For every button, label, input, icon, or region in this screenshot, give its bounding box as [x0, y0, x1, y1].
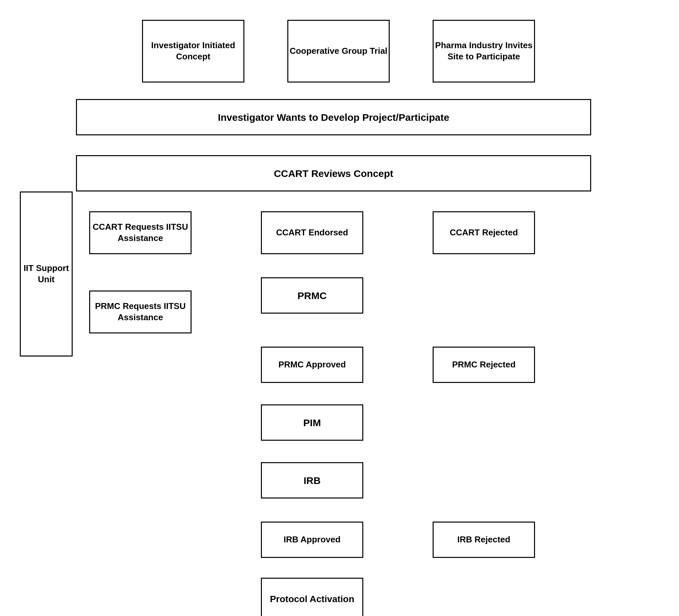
irb-rejected-box: IRB Rejected	[433, 522, 535, 558]
ccart-endorsed-box: CCART Endorsed	[261, 211, 363, 254]
investigator-wants-box: Investigator Wants to Develop Project/Pa…	[76, 99, 591, 135]
irb-box: IRB	[261, 462, 363, 499]
ccart-rejected-box: CCART Rejected	[433, 211, 535, 254]
protocol-activation-box: Protocol Activation	[261, 578, 363, 616]
pim-box: PIM	[261, 404, 363, 441]
iit-support-box: IIT Support Unit	[20, 192, 73, 356]
ccart-reviews-box: CCART Reviews Concept	[76, 155, 591, 192]
ccart-requests-box: CCART Requests IITSU Assistance	[89, 211, 192, 254]
irb-approved-box: IRB Approved	[261, 522, 363, 558]
cooperative-trial-box: Cooperative Group Trial	[287, 20, 390, 82]
prmc-requests-box: PRMC Requests IITSU Assistance	[89, 290, 192, 334]
pharma-industry-box: Pharma Industry Invites Site to Particip…	[433, 20, 535, 82]
prmc-approved-box: PRMC Approved	[261, 347, 363, 383]
prmc-box: PRMC	[261, 277, 363, 314]
investigator-concept-box: Investigator Initiated Concept	[142, 20, 245, 82]
prmc-rejected-box: PRMC Rejected	[433, 347, 535, 383]
